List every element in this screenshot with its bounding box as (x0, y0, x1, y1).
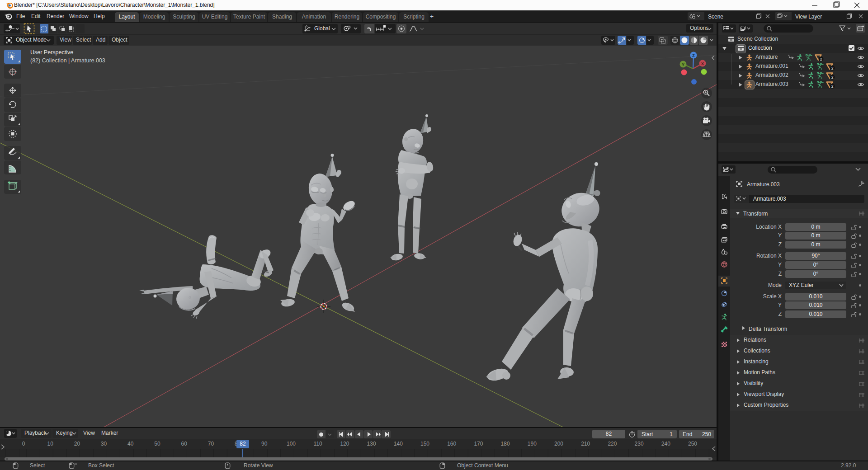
svg-text:Z: Z (692, 53, 695, 58)
svg-text:User Perspective: User Perspective (30, 49, 73, 56)
svg-text:2: 2 (820, 57, 822, 61)
svg-text:Y: Y (682, 62, 684, 67)
svg-text:(82) Collection | Armature.003: (82) Collection | Armature.003 (30, 57, 105, 64)
svg-text:2: 2 (831, 66, 834, 70)
svg-text:2: 2 (831, 84, 834, 89)
svg-text:2: 2 (831, 75, 834, 80)
svg-text:X: X (701, 61, 704, 66)
